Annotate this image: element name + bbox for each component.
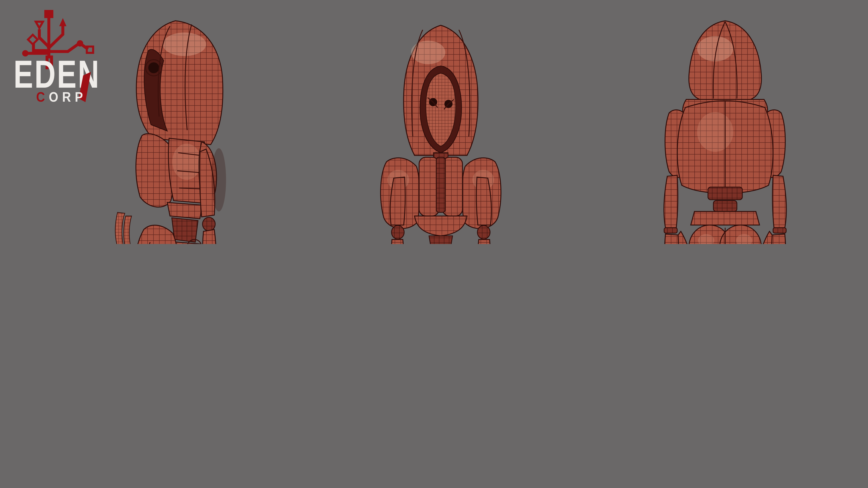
hood <box>136 21 223 144</box>
model-three-quarter-view <box>112 17 248 244</box>
upper-arm <box>390 177 405 225</box>
back-torso <box>665 100 785 225</box>
abdomen <box>429 236 453 244</box>
eye-left <box>148 62 159 73</box>
glutes <box>689 225 761 244</box>
logo-subtitle: CORP <box>36 89 87 105</box>
lower-back-plate <box>708 187 742 200</box>
chest-band <box>167 202 203 219</box>
waist-band <box>691 212 760 225</box>
elbow-band <box>664 228 677 233</box>
logo-subtitle-orp: ORP <box>49 89 87 105</box>
hip-plate-left <box>134 225 179 244</box>
model-back-view <box>647 19 803 244</box>
viewport: EDEN CORP <box>0 0 868 244</box>
hood <box>403 25 478 156</box>
forearm <box>203 230 216 244</box>
lower-back-plate-2 <box>713 201 737 212</box>
sternum <box>436 157 445 213</box>
arm-left-fingers <box>115 213 131 244</box>
abdomen <box>172 218 198 242</box>
model-front-view <box>360 19 522 244</box>
logo-subtitle-c: C <box>36 89 49 105</box>
eden-corp-logo: EDEN CORP <box>4 2 117 110</box>
shoulder-pad-left <box>136 133 174 207</box>
elbow-joint <box>392 225 404 239</box>
elbow-joint <box>203 217 215 231</box>
chest-band <box>414 216 467 236</box>
upper-arm <box>664 175 678 228</box>
forearm <box>391 239 404 244</box>
forearm <box>664 234 679 244</box>
